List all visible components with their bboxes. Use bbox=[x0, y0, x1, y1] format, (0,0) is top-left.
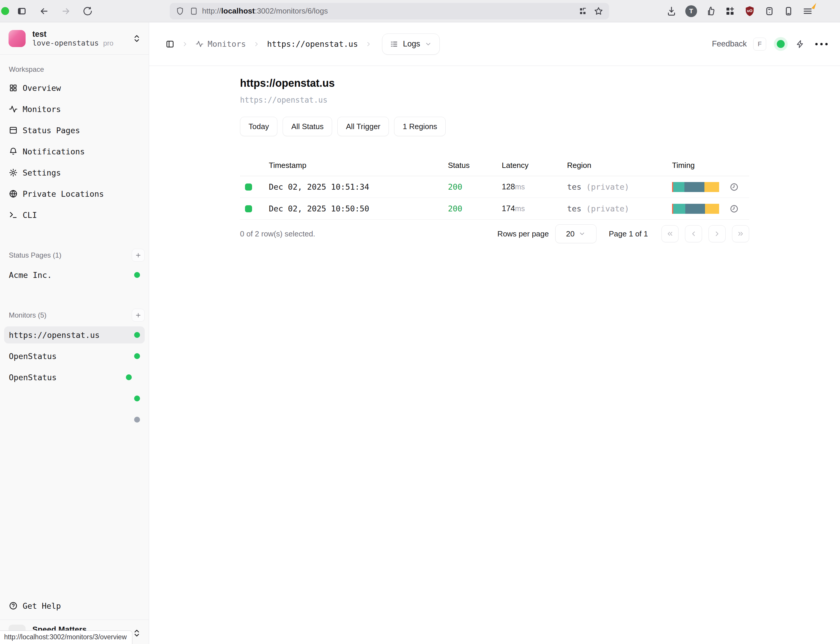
status-live-dot[interactable] bbox=[777, 40, 785, 48]
sidebar: test love-openstatus pro Workspace Overv… bbox=[0, 22, 149, 644]
monitor-item[interactable]: OpenStatus bbox=[4, 369, 145, 386]
panel-left-toggle-icon[interactable] bbox=[166, 40, 174, 49]
last-page-button[interactable] bbox=[732, 225, 749, 242]
ublock-shield-icon[interactable]: uO bbox=[744, 5, 756, 17]
feedback-button[interactable]: Feedback bbox=[712, 39, 747, 49]
row-status-indicator[interactable] bbox=[245, 184, 252, 191]
latency-unit: ms bbox=[515, 204, 525, 213]
timing-bar bbox=[672, 182, 719, 192]
table-row[interactable]: Dec 02, 2025 10:50:50 200 174ms tes (pri… bbox=[240, 198, 749, 220]
filter-date-button[interactable]: Today bbox=[240, 117, 277, 136]
sidebar-item-cli[interactable]: CLI bbox=[4, 207, 145, 223]
monitors-section-header: Monitors (5) bbox=[4, 309, 145, 322]
browser-reload-button[interactable] bbox=[81, 5, 94, 18]
get-help-button[interactable]: Get Help bbox=[4, 597, 145, 614]
sidebar-item-label: CLI bbox=[23, 210, 37, 220]
chevrons-left-icon bbox=[666, 230, 674, 238]
sidebar-item-overview[interactable]: Overview bbox=[4, 79, 145, 97]
filter-trigger-button[interactable]: All Trigger bbox=[337, 117, 389, 136]
browser-sidebar-toggle-button[interactable] bbox=[15, 5, 28, 18]
rows-per-page-label: Rows per page bbox=[497, 229, 549, 238]
pagination-buttons bbox=[661, 225, 749, 242]
first-page-button[interactable] bbox=[661, 225, 679, 242]
chevrons-up-down-icon bbox=[132, 629, 141, 637]
page-info-icon[interactable] bbox=[190, 7, 198, 15]
downloads-icon[interactable] bbox=[666, 6, 677, 16]
device-icon[interactable] bbox=[783, 6, 794, 16]
breadcrumb-monitors[interactable]: Monitors bbox=[196, 39, 246, 49]
url-bar[interactable]: http://localhost:3002/monitors/6/logs bbox=[170, 3, 609, 20]
traffic-light-icon[interactable] bbox=[1, 7, 9, 15]
shield-icon[interactable] bbox=[176, 7, 184, 16]
next-page-button[interactable] bbox=[708, 225, 726, 242]
container-box-icon[interactable] bbox=[764, 6, 775, 16]
cell-latency: 128ms bbox=[502, 182, 567, 191]
sidebar-item-label: Overview bbox=[23, 84, 61, 93]
add-monitor-button[interactable] bbox=[132, 309, 145, 322]
sidebar-item-settings[interactable]: Settings bbox=[4, 164, 145, 181]
workspace-name: test bbox=[32, 30, 126, 39]
view-selector-button[interactable]: Logs bbox=[382, 33, 440, 55]
sidebar-item-label: Notifications bbox=[23, 147, 85, 156]
browser-menu-button[interactable] bbox=[802, 6, 813, 16]
bookmark-star-icon[interactable] bbox=[594, 7, 603, 16]
page-title: https://openstat.us bbox=[240, 77, 749, 90]
sidebar-item-monitors[interactable]: Monitors bbox=[4, 100, 145, 118]
chevron-left-icon bbox=[690, 230, 697, 238]
monitor-item[interactable] bbox=[4, 390, 145, 407]
sidebar-item-status-pages[interactable]: Status Pages bbox=[4, 122, 145, 139]
region-note: (private) bbox=[586, 182, 629, 191]
table-row[interactable]: Dec 02, 2025 10:51:34 200 128ms tes (pri… bbox=[240, 176, 749, 198]
more-options-button[interactable] bbox=[815, 43, 828, 45]
monitor-item[interactable]: https://openstat.us bbox=[4, 327, 145, 343]
monitor-item[interactable] bbox=[4, 411, 145, 428]
cell-latency: 174ms bbox=[502, 204, 567, 213]
sidebar-item-label: Status Pages bbox=[23, 126, 80, 135]
status-dot bbox=[134, 272, 140, 278]
monitor-item[interactable]: OpenStatus bbox=[4, 348, 145, 365]
browser-back-button[interactable] bbox=[37, 5, 51, 18]
sidebar-nav: Overview Monitors Status Pages Notificat… bbox=[0, 79, 149, 228]
clock-icon[interactable] bbox=[730, 204, 738, 213]
zap-icon[interactable] bbox=[795, 39, 805, 49]
breadcrumb-monitor-name[interactable]: https://openstat.us bbox=[267, 39, 358, 49]
url-text: http://localhost:3002/monitors/6/logs bbox=[202, 7, 579, 16]
arrow-left-icon bbox=[39, 6, 49, 16]
status-page-item[interactable]: Acme Inc. bbox=[4, 266, 145, 284]
cell-status: 200 bbox=[448, 204, 502, 213]
extensions-grid-icon[interactable] bbox=[725, 6, 735, 16]
chevron-right-icon bbox=[713, 230, 721, 238]
table-header-row: Timestamp Status Latency Region Timing bbox=[240, 155, 749, 176]
clock-icon[interactable] bbox=[730, 182, 738, 191]
cell-region: tes (private) bbox=[567, 182, 672, 191]
sidebar-item-private-locations[interactable]: Private Locations bbox=[4, 185, 145, 202]
sidebar-item-label: Settings bbox=[23, 168, 61, 177]
row-status-indicator[interactable] bbox=[245, 205, 252, 212]
add-status-page-button[interactable] bbox=[132, 249, 145, 262]
rows-per-page-select[interactable]: 20 bbox=[555, 224, 597, 243]
get-help-label: Get Help bbox=[23, 601, 61, 611]
sidebar-item-label: Private Locations bbox=[23, 189, 104, 199]
browser-forward-button[interactable] bbox=[59, 5, 72, 18]
globe-icon bbox=[9, 189, 18, 198]
logs-table: Timestamp Status Latency Region Timing D… bbox=[240, 155, 749, 220]
status-dot bbox=[134, 417, 140, 422]
sidebar-item-notifications[interactable]: Notifications bbox=[4, 143, 145, 160]
workspace-switcher[interactable]: test love-openstatus pro bbox=[0, 22, 149, 55]
update-badge-icon bbox=[812, 2, 816, 9]
header-actions: Feedback F bbox=[712, 38, 828, 51]
terminal-icon bbox=[9, 210, 18, 219]
monitors-list: https://openstat.us OpenStatus OpenStatu… bbox=[0, 327, 149, 432]
extension-t-icon[interactable]: T bbox=[685, 5, 697, 17]
previous-page-button[interactable] bbox=[685, 225, 702, 242]
table-header-status: Status bbox=[448, 161, 502, 170]
split-view-icon[interactable] bbox=[579, 7, 587, 16]
link-preview-statusbar: http://localhost:3002/monitors/3/overvie… bbox=[0, 631, 132, 644]
filter-regions-button[interactable]: 1 Regions bbox=[394, 117, 445, 136]
panel-top-icon bbox=[9, 126, 18, 135]
filter-status-button[interactable]: All Status bbox=[283, 117, 332, 136]
content-area: https://openstat.us https://openstat.us … bbox=[149, 66, 840, 644]
table-header-timing: Timing bbox=[672, 161, 749, 170]
main-panel: Monitors https://openstat.us Logs Feedba… bbox=[149, 22, 840, 644]
extension-clip-icon[interactable] bbox=[705, 6, 716, 16]
